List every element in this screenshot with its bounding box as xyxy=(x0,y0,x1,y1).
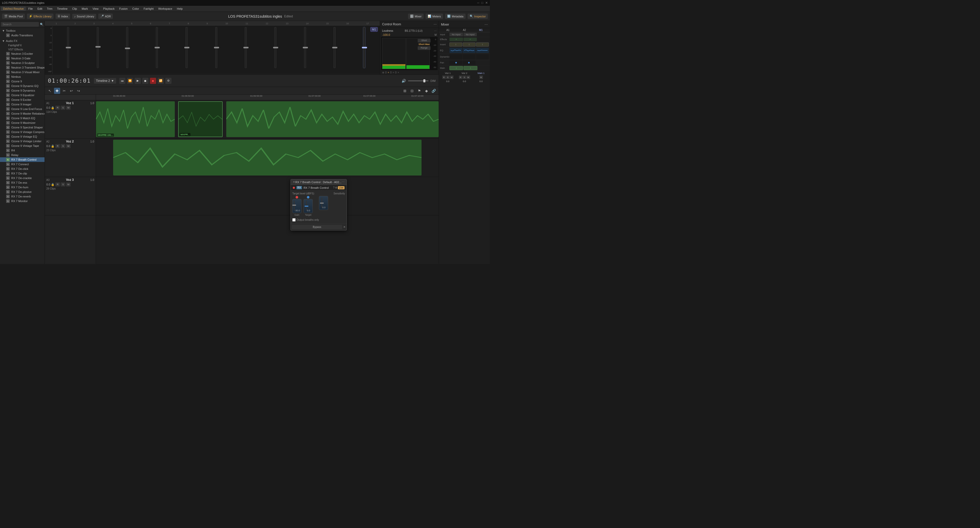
skip-start-btn[interactable]: ⏮ xyxy=(119,78,126,84)
menu-edit[interactable]: Edit xyxy=(35,6,44,11)
sound-library-btn[interactable]: ♪ Sound Library xyxy=(72,14,96,19)
sensitivity-knob[interactable]: 0.0 xyxy=(319,196,328,210)
adr-btn[interactable]: 🎤 ADR xyxy=(98,14,113,19)
fader-handle-2[interactable] xyxy=(95,46,100,48)
m-btn-a1[interactable]: M xyxy=(450,76,453,79)
close-plugin-icon[interactable]: ✕ xyxy=(343,225,345,229)
fx-rx7-breath[interactable]: fx RX 7 Breath Control xyxy=(0,157,45,162)
fx-ozone9-exciter[interactable]: fx Ozone 9 Exciter xyxy=(0,97,45,102)
r-btn-a2[interactable]: R xyxy=(459,76,463,79)
fx-rx7-dereverb[interactable]: fx RX 7 De-reverb xyxy=(0,194,45,199)
track-a2-m[interactable]: M xyxy=(66,144,71,148)
close-btn[interactable]: ✕ xyxy=(485,1,488,5)
fx-ozone9-eq[interactable]: fx Ozone 9 Equalizer xyxy=(0,93,45,97)
menu-file[interactable]: File xyxy=(26,6,35,11)
fx-neutron-exciter[interactable]: fx Neutron 3 Exciter xyxy=(0,51,45,56)
fx-rx7-decrackle[interactable]: fx RX 7 De-crackle xyxy=(0,176,45,180)
fx-ozone9-spectral-shaper[interactable]: fx Ozone 9 Spectral Shaper xyxy=(0,125,45,130)
snap-btn[interactable]: ⊞ xyxy=(402,88,408,94)
track-a3-s[interactable]: S xyxy=(60,182,65,187)
fx-ozone9-master-rebalance[interactable]: fx Ozone 9 Master Rebalance xyxy=(0,111,45,116)
menu-mark[interactable]: Mark xyxy=(80,6,90,11)
fx-neutron-transient[interactable]: fx Neutron 3 Transient Shaper xyxy=(0,65,45,70)
mixer-expand-icon[interactable]: ⋯ xyxy=(485,22,488,26)
menu-view[interactable]: View xyxy=(90,6,100,11)
m-btn-m1[interactable]: M xyxy=(479,76,483,79)
fx-ozone9-low-end[interactable]: fx Ozone 9 Low End Focus xyxy=(0,107,45,111)
insert-a2[interactable]: I xyxy=(463,43,476,46)
grid-btn[interactable]: ⊟ xyxy=(409,88,415,94)
record-btn[interactable]: ⏺ xyxy=(150,78,156,84)
search-input[interactable] xyxy=(1,22,39,27)
insert-a1[interactable]: I xyxy=(449,43,462,46)
loudness-menu-icon[interactable]: ⋯ xyxy=(434,29,437,32)
fx-rx7-deess[interactable]: fx RX 7 De-ess xyxy=(0,180,45,185)
timeline-selector[interactable]: Timeline 2 ▼ xyxy=(94,78,116,84)
fx-relay[interactable]: fx Relay xyxy=(0,153,45,157)
track-a2-r[interactable]: R xyxy=(55,144,60,148)
eq-a2[interactable] xyxy=(463,48,476,53)
effects-library-btn[interactable]: ⚡ Effects Library xyxy=(27,14,54,19)
fx-ozone9-vintage-tape[interactable]: fx Ozone 9 Vintage Tape xyxy=(0,144,45,148)
menu-workspace[interactable]: Workspace xyxy=(156,6,174,11)
fx-ozone9-vintage-compressor[interactable]: fx Ozone 9 Vintage Compressor xyxy=(0,130,45,134)
control-room-menu-icon[interactable]: ⋯ xyxy=(434,22,437,26)
loop-btn[interactable]: 🔁 xyxy=(158,78,164,84)
pan-a1[interactable] xyxy=(449,60,462,65)
input-a1[interactable]: No Input xyxy=(449,33,463,36)
gain-fader-handle[interactable] xyxy=(292,205,296,206)
fx-rx7-connect[interactable]: fx RX 7 Connect xyxy=(0,162,45,166)
s-btn-a1[interactable]: S xyxy=(446,76,450,79)
fx-neutron-visual[interactable]: fx Neutron 3 Visual Mixer xyxy=(0,70,45,75)
insert-m1[interactable]: I xyxy=(476,43,489,46)
dynamics-m1[interactable] xyxy=(476,54,489,59)
menu-help[interactable]: Help xyxy=(175,6,185,11)
options-btn[interactable]: ⚙ xyxy=(165,78,172,84)
input-a2[interactable]: No Input xyxy=(463,33,477,36)
marker-btn[interactable]: ◆ xyxy=(423,88,430,94)
fx-r4[interactable]: fx R4 xyxy=(0,148,45,153)
minimize-btn[interactable]: ─ xyxy=(477,1,479,5)
edit-mode-tool[interactable]: ✚ xyxy=(54,88,60,94)
eq-a1[interactable] xyxy=(449,48,462,53)
blade-tool[interactable]: ✂ xyxy=(61,88,67,94)
main-a1[interactable]: 1 xyxy=(449,66,463,70)
fx-ozone9[interactable]: fx Ozone 9 xyxy=(0,79,45,84)
pointer-tool[interactable]: ↖ xyxy=(47,88,53,94)
plugin-help-icon[interactable]: ? xyxy=(333,186,334,189)
fx-rx7-monitor[interactable]: fx RX 7 Monitor xyxy=(0,199,45,203)
plugin-settings-icon[interactable]: ⚙ xyxy=(335,186,337,189)
menu-fairlight[interactable]: Fairlight xyxy=(142,6,156,11)
dynamics-a1[interactable] xyxy=(449,54,462,59)
menu-fusion[interactable]: Fusion xyxy=(117,6,130,11)
main-a2[interactable]: 1 xyxy=(463,66,477,70)
fairlight-fx-item[interactable]: FairlightFX xyxy=(0,43,45,47)
index-btn[interactable]: ☰ Index xyxy=(56,14,70,19)
target-knob[interactable]: 0.0 xyxy=(304,199,313,213)
track-a1-s[interactable]: S xyxy=(60,106,65,110)
sens-fader-handle[interactable] xyxy=(320,203,324,204)
clip-a1-gap[interactable]: MIXPR... xyxy=(178,101,223,137)
fx-ozone9-match-eq[interactable]: fx Ozone 9 Match EQ xyxy=(0,116,45,121)
track-a1-m[interactable]: M xyxy=(66,106,71,110)
menu-clip[interactable]: Clip xyxy=(70,6,79,11)
track-a3-m[interactable]: M xyxy=(66,182,71,187)
fx-ozone9-vintage-eq[interactable]: fx Ozone 9 Vintage EQ xyxy=(0,134,45,139)
mixer-btn[interactable]: 🎛️ Mixer xyxy=(408,14,423,19)
effects-a1[interactable]: + xyxy=(449,38,463,41)
plugin-close-icon[interactable]: ✕ xyxy=(293,180,295,184)
volume-handle[interactable] xyxy=(423,79,425,82)
eq-m1[interactable] xyxy=(476,48,489,53)
volume-slider[interactable] xyxy=(408,80,428,81)
meters-btn[interactable]: 📊 Meters xyxy=(426,14,443,19)
fx-neutron-gate[interactable]: fx Neutron 3 Gate xyxy=(0,56,45,60)
menu-davinci[interactable]: DaVinci Resolve xyxy=(1,6,26,11)
menu-color[interactable]: Color xyxy=(130,6,141,11)
effects-a2[interactable]: + xyxy=(463,38,477,41)
menu-playback[interactable]: Playback xyxy=(101,6,117,11)
s-btn-a2[interactable]: S xyxy=(463,76,466,79)
clip-a2-1[interactable] xyxy=(113,140,422,176)
dynamics-a2[interactable] xyxy=(463,54,476,59)
audio-fx-header[interactable]: ▼ Audio FX xyxy=(0,39,45,43)
vst-effects-item[interactable]: VST Effects xyxy=(0,47,45,51)
